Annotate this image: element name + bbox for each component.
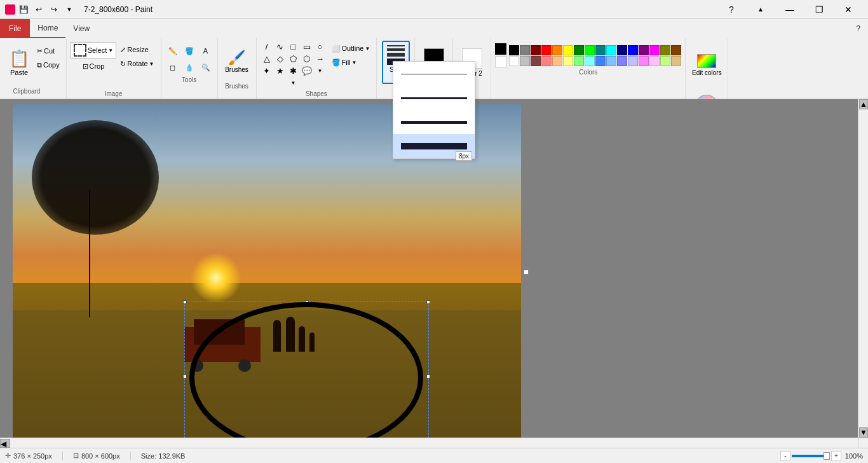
palette-color-0-6[interactable]: [574, 45, 584, 55]
palette-color-1-10[interactable]: [617, 56, 627, 66]
rotate-button[interactable]: ↻ Rotate ▼: [118, 57, 156, 70]
brushes-button[interactable]: 🖌️ Brushes: [222, 41, 252, 81]
palette-color-0-5[interactable]: [563, 45, 573, 55]
select-button[interactable]: Select ▼: [71, 42, 117, 59]
help-btn[interactable]: ?: [717, 0, 746, 19]
save-quick-btn[interactable]: 💾: [17, 3, 31, 17]
palette-color-1-12[interactable]: [639, 56, 649, 66]
fill-button[interactable]: 🪣: [182, 43, 197, 59]
palette-color-1-9[interactable]: [606, 56, 616, 66]
palette-color-0-7[interactable]: [585, 45, 595, 55]
palette-color-1-3[interactable]: [541, 56, 552, 66]
zoom-thumb[interactable]: [824, 452, 830, 460]
color-picker-button[interactable]: 💧: [182, 60, 197, 75]
palette-color-0-11[interactable]: [628, 45, 638, 55]
shape-star6[interactable]: ✱: [287, 65, 300, 76]
rotate-icon: ↻: [120, 60, 126, 68]
shape-hexagon[interactable]: ⬡: [301, 53, 313, 64]
quick-access-toolbar: 💾 ↩ ↪ ▼: [5, 3, 76, 17]
shape-diamond[interactable]: ◇: [274, 53, 287, 64]
palette-color-1-14[interactable]: [660, 56, 670, 66]
palette-color-0-13[interactable]: [649, 45, 660, 55]
help-icon[interactable]: ?: [848, 19, 868, 38]
close-btn[interactable]: ✕: [834, 0, 863, 19]
shape-pentagon[interactable]: ⬠: [287, 53, 300, 64]
shape-more[interactable]: ▼: [314, 65, 327, 76]
palette-color-1-2[interactable]: [531, 56, 541, 66]
palette-color-0-4[interactable]: [552, 45, 562, 55]
shape-star4[interactable]: ✦: [261, 65, 273, 76]
copy-label: Copy: [43, 61, 60, 69]
color-black[interactable]: [495, 43, 506, 55]
shape-line[interactable]: /: [261, 41, 273, 52]
text-button[interactable]: A: [198, 43, 214, 59]
shape-ellipse[interactable]: ○: [314, 41, 327, 52]
palette-color-1-7[interactable]: [585, 56, 595, 66]
zoom-out-btn[interactable]: -: [780, 451, 790, 461]
zoom-in-btn[interactable]: +: [831, 451, 841, 461]
maximize-btn[interactable]: ❐: [804, 0, 834, 19]
minimize-btn[interactable]: —: [775, 0, 804, 19]
crop-button[interactable]: ⊡ Crop: [80, 60, 107, 73]
palette-color-1-0[interactable]: [509, 56, 519, 66]
palette-color-1-11[interactable]: [628, 56, 638, 66]
shape-callout[interactable]: 💬: [301, 65, 313, 76]
horizontal-scrollbar[interactable]: ◀: [0, 438, 858, 448]
undo-quick-btn[interactable]: ↩: [32, 3, 46, 17]
palette-color-1-8[interactable]: [595, 56, 606, 66]
shapes-scroll-down[interactable]: ▼: [261, 77, 327, 88]
palette-color-1-13[interactable]: [649, 56, 660, 66]
palette-color-0-12[interactable]: [639, 45, 649, 55]
scrollbar-up-arrow[interactable]: ▲: [859, 99, 868, 109]
palette-color-0-0[interactable]: [509, 45, 519, 55]
menu-view[interactable]: View: [65, 19, 97, 38]
palette-color-0-2[interactable]: [531, 45, 541, 55]
eraser-button[interactable]: ◻: [165, 60, 180, 75]
palette-color-1-4[interactable]: [552, 56, 562, 66]
size-option-3px[interactable]: [393, 86, 475, 110]
scrollbar-left-arrow[interactable]: ◀: [0, 439, 10, 448]
menu-home[interactable]: Home: [30, 19, 65, 38]
palette-color-0-14[interactable]: [660, 45, 670, 55]
edit-colors-button[interactable]: Edit colors: [689, 43, 724, 86]
dropdown-arrow-qa[interactable]: ▼: [62, 3, 76, 17]
edge-handle[interactable]: [524, 270, 529, 275]
scrollbar-down-arrow[interactable]: ▼: [859, 427, 868, 438]
palette-color-0-8[interactable]: [595, 45, 606, 55]
palette-color-0-15[interactable]: [671, 45, 681, 55]
shape-star5[interactable]: ★: [274, 65, 287, 76]
palette-color-1-5[interactable]: [563, 56, 573, 66]
shape-triangle[interactable]: △: [261, 53, 273, 64]
palette-color-0-10[interactable]: [617, 45, 627, 55]
fill-shape-button[interactable]: 🪣 Fill ▼: [329, 56, 373, 69]
menu-file[interactable]: File: [0, 19, 30, 38]
color-white[interactable]: [495, 56, 506, 67]
pencil-button[interactable]: ✏️: [165, 43, 180, 59]
cut-button[interactable]: ✂ Cut: [34, 45, 62, 57]
palette-color-1-1[interactable]: [520, 56, 530, 66]
collapse-ribbon-btn[interactable]: ▲: [746, 0, 775, 19]
resize-button[interactable]: ⤢ Resize: [118, 43, 156, 56]
palette-color-1-15[interactable]: [671, 56, 681, 66]
redo-quick-btn[interactable]: ↪: [47, 3, 61, 17]
size-option-5px[interactable]: [393, 110, 475, 134]
size-option-8px[interactable]: 8px: [393, 134, 475, 158]
palette-color-0-1[interactable]: [520, 45, 530, 55]
paste-button[interactable]: 📋 Paste: [5, 42, 33, 83]
palette-color-0-3[interactable]: [541, 45, 552, 55]
shape-arrow[interactable]: →: [314, 53, 327, 64]
magnifier-button[interactable]: 🔍: [198, 60, 214, 75]
palette-color-0-9[interactable]: [606, 45, 616, 55]
copy-button[interactable]: ⧉ Copy: [34, 59, 62, 71]
shape-rounded-rect[interactable]: ▭: [301, 41, 313, 52]
zoom-slider-track[interactable]: [792, 455, 830, 457]
size-option-1px[interactable]: [393, 62, 475, 86]
size-preview-8: [401, 143, 467, 149]
shape-curve[interactable]: ∿: [274, 41, 287, 52]
select-icon: [74, 44, 86, 57]
brushes-group: 🖌️ Brushes Brushes: [218, 38, 257, 99]
palette-color-1-6[interactable]: [574, 56, 584, 66]
shape-rect[interactable]: □: [287, 41, 300, 52]
outline-button[interactable]: ⬜ Outline ▼: [329, 42, 373, 55]
vertical-scrollbar[interactable]: ▲ ▼: [858, 99, 868, 438]
